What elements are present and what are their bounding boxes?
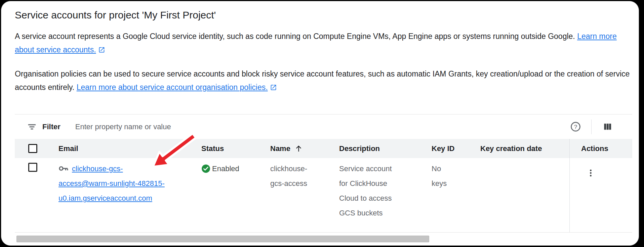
row-checkbox[interactable] xyxy=(28,163,37,172)
learn-more-org-policies-link[interactable]: Learn more about service account organis… xyxy=(77,83,268,92)
column-header-description[interactable]: Description xyxy=(332,139,425,158)
select-all-checkbox[interactable] xyxy=(28,144,37,153)
external-link-icon xyxy=(98,46,105,53)
filter-input[interactable] xyxy=(75,122,567,132)
column-display-options-button[interactable] xyxy=(602,121,613,132)
service-accounts-panel: Service accounts for project 'My First P… xyxy=(1,1,639,246)
table-bottom-divider xyxy=(15,232,632,233)
column-header-key-id[interactable]: Key ID xyxy=(425,139,474,158)
select-all-cell xyxy=(15,139,52,158)
page-title: Service accounts for project 'My First P… xyxy=(15,8,632,22)
column-header-email[interactable]: Email xyxy=(52,139,195,158)
column-header-key-creation-date[interactable]: Key creation date xyxy=(474,139,569,158)
policy-paragraph: Organisation policies can be used to sec… xyxy=(15,67,632,94)
status-cell: Enabled xyxy=(195,158,264,232)
actions-cell xyxy=(569,158,632,232)
sort-ascending-icon xyxy=(294,144,303,153)
filter-button[interactable]: Filter xyxy=(27,122,61,132)
kebab-menu-icon xyxy=(586,168,595,178)
columns-icon xyxy=(602,121,613,132)
row-actions-menu-button[interactable] xyxy=(584,166,597,180)
service-account-email-link[interactable]: clickhouse-gcs-access@warm-sunlight-4828… xyxy=(58,164,165,202)
row-select-cell xyxy=(15,158,52,232)
intro-text: A service account represents a Google Cl… xyxy=(15,32,575,41)
key-creation-date-cell xyxy=(474,158,569,232)
svg-text:?: ? xyxy=(574,124,577,130)
table-header-row: Email Status Name Description Key ID Key… xyxy=(15,139,632,158)
horizontal-scrollbar-thumb[interactable] xyxy=(16,236,429,242)
horizontal-scrollbar[interactable] xyxy=(15,236,632,242)
table-row: clickhouse-gcs-access@warm-sunlight-4828… xyxy=(15,158,632,232)
filter-bar-divider xyxy=(591,119,592,134)
help-icon: ? xyxy=(570,121,581,132)
service-account-key-icon xyxy=(58,164,70,172)
name-cell: clickhouse-gcs-access xyxy=(264,158,332,232)
key-id-cell: No keys xyxy=(425,158,474,232)
column-header-status[interactable]: Status xyxy=(195,139,264,158)
filter-bar: Filter ? xyxy=(15,114,632,139)
status-text: Enabled xyxy=(212,161,239,176)
column-header-actions: Actions xyxy=(569,139,632,158)
email-cell: clickhouse-gcs-access@warm-sunlight-4828… xyxy=(52,158,195,232)
column-header-name[interactable]: Name xyxy=(264,139,332,158)
filter-label: Filter xyxy=(42,122,61,131)
external-link-icon xyxy=(270,84,277,91)
description-cell: Service account for ClickHouse Cloud to … xyxy=(332,158,425,232)
help-button[interactable]: ? xyxy=(570,121,581,132)
enabled-check-icon xyxy=(201,164,210,173)
filter-icon xyxy=(27,122,37,132)
intro-paragraph: A service account represents a Google Cl… xyxy=(15,30,632,56)
